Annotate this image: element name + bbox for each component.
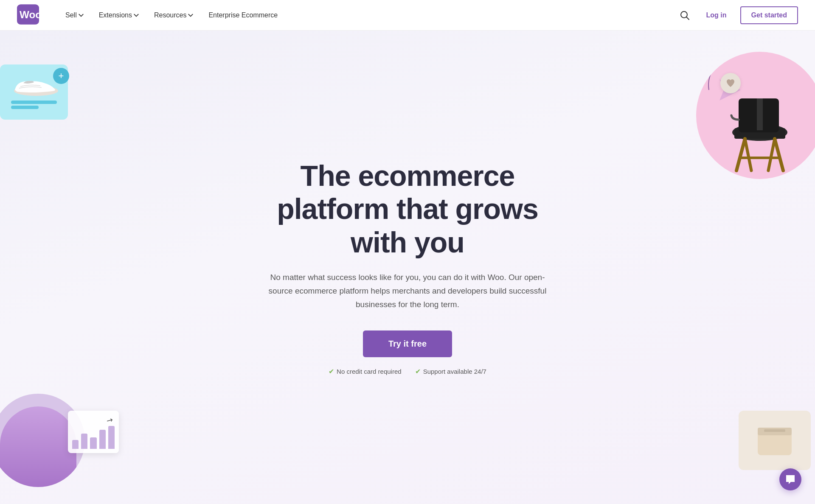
heart-icon <box>725 78 736 88</box>
chart-bar <box>108 426 115 449</box>
search-icon <box>680 11 689 20</box>
chart-bar <box>81 434 87 449</box>
svg-point-2 <box>681 11 687 18</box>
product-image <box>753 423 796 457</box>
svg-rect-14 <box>757 98 763 130</box>
hero-subtitle: No matter what success looks like for yo… <box>267 271 548 312</box>
hero-title: The ecommerce platform that grows with y… <box>267 159 548 259</box>
heart-circle <box>720 73 741 93</box>
svg-text:Woo: Woo <box>20 9 39 20</box>
trust-badge-support: ✔ Support available 24/7 <box>415 367 486 375</box>
chart-bar <box>99 430 106 449</box>
chart-bars <box>72 423 115 449</box>
chat-button[interactable] <box>779 468 801 490</box>
chat-icon <box>785 474 796 485</box>
nav-actions: Log in Get started <box>677 6 798 24</box>
get-started-button[interactable]: Get started <box>740 6 798 24</box>
check-icon: ✔ <box>329 367 334 375</box>
plus-circle: + <box>53 68 69 84</box>
main-nav: Woo Sell Extensions Resources Enterprise… <box>0 0 815 31</box>
pink-circle <box>696 52 815 179</box>
chart-bar <box>72 440 79 449</box>
deco-right <box>696 31 815 504</box>
hero-section: + ↗ <box>0 31 815 504</box>
search-button[interactable] <box>677 7 693 23</box>
product-card <box>739 411 811 470</box>
svg-rect-15 <box>758 432 792 455</box>
svg-line-11 <box>745 139 751 171</box>
nav-links: Sell Extensions Resources Enterprise Eco… <box>59 8 677 22</box>
deco-left: + ↗ <box>0 31 110 504</box>
trust-badges: ✔ No credit card required ✔ Support avai… <box>267 367 548 375</box>
nav-item-resources[interactable]: Resources <box>148 8 199 22</box>
try-it-free-button[interactable]: Try it free <box>363 330 452 357</box>
chair-image <box>724 86 796 179</box>
nav-item-extensions[interactable]: Extensions <box>93 8 145 22</box>
svg-line-3 <box>686 17 689 20</box>
nav-item-sell[interactable]: Sell <box>59 8 90 22</box>
chevron-down-icon <box>79 13 84 18</box>
chart-card: ↗ <box>68 411 119 453</box>
sneaker-image <box>8 74 59 97</box>
svg-rect-17 <box>764 429 785 432</box>
hero-content: The ecommerce platform that grows with y… <box>267 159 548 375</box>
chevron-down-icon <box>134 13 139 18</box>
logo[interactable]: Woo <box>17 3 39 27</box>
cta-container: Try it free <box>267 330 548 367</box>
chart-bar <box>90 437 96 449</box>
svg-line-9 <box>736 139 745 171</box>
trust-badge-credit: ✔ No credit card required <box>329 367 402 375</box>
chevron-down-icon <box>188 13 193 18</box>
svg-line-10 <box>775 139 783 171</box>
woman-figure <box>0 406 76 487</box>
svg-line-12 <box>768 139 775 171</box>
check-icon: ✔ <box>415 367 421 375</box>
login-button[interactable]: Log in <box>701 8 732 22</box>
sneaker-card-lines <box>11 101 57 111</box>
nav-item-enterprise[interactable]: Enterprise Ecommerce <box>202 8 284 22</box>
